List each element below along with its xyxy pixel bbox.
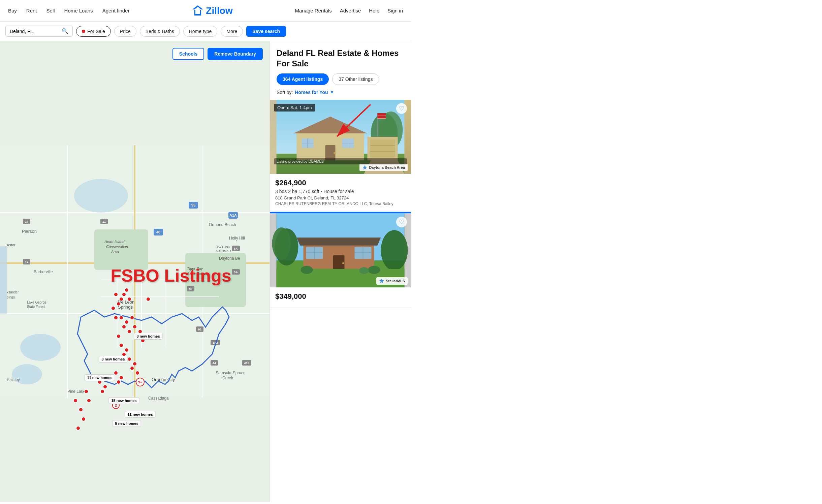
chevron-down-icon: ▼	[330, 90, 334, 95]
map-label-15new[interactable]: 15 new homes	[108, 397, 139, 404]
svg-point-102	[342, 262, 344, 264]
for-sale-label: For Sale	[87, 29, 105, 34]
type-1: House for sale	[323, 189, 354, 194]
nav-sell[interactable]: Sell	[46, 8, 55, 13]
save-search-button[interactable]: Save search	[246, 26, 286, 37]
svg-point-96	[272, 227, 291, 260]
map-overlay-buttons: Schools Remove Boundary	[172, 48, 263, 60]
agent-listings-tab[interactable]: 364 Agent listings	[277, 73, 329, 85]
map-label-11new1[interactable]: 11 new homes	[84, 374, 115, 381]
svg-point-110	[301, 266, 313, 274]
schools-button[interactable]: Schools	[172, 48, 204, 60]
other-listings-tab[interactable]: 37 Other listings	[332, 73, 379, 85]
other-count: 37	[339, 76, 345, 82]
card-img-house-2	[270, 213, 411, 287]
nav-right: Manage Rentals Advertise Help Sign in	[295, 8, 403, 13]
cluster-badge-9[interactable]: 9+	[136, 378, 145, 386]
card-address-1: 818 Grand Park Ct, Deland, FL 32724	[275, 195, 406, 200]
card-body-2: $349,000	[270, 287, 411, 308]
card-agent-1: CHARLES RUTENBERG REALTY ORLANDO LLC, Te…	[275, 201, 406, 206]
price-button[interactable]: Price	[114, 26, 136, 37]
mls-logo-icon-1	[362, 165, 368, 170]
map-pins: 2 9+	[0, 41, 270, 502]
more-button[interactable]: More	[221, 26, 243, 37]
other-tab-label: Other listings	[345, 76, 373, 82]
svg-point-81	[334, 152, 335, 154]
search-icon: 🔍	[62, 28, 68, 34]
card-details-1: 3 bds 2 ba 1,770 sqft - House for sale	[275, 189, 406, 194]
baths-1: 2	[288, 189, 291, 194]
card-price-2: $349,000	[275, 292, 406, 301]
map-label-8new2[interactable]: 8 new homes	[99, 356, 127, 363]
nav-left: Buy Rent Sell Home Loans Agent finder	[8, 8, 130, 13]
nav-help[interactable]: Help	[369, 8, 379, 13]
main-content: 95 40 A1A Pierson Astor Barberville Hear…	[0, 41, 411, 502]
filter-bar: 🔍 For Sale Price Beds & Baths Home type …	[0, 22, 411, 41]
beds-baths-button[interactable]: Beds & Baths	[140, 26, 180, 37]
svg-point-97	[381, 230, 408, 271]
svg-point-112	[359, 267, 369, 274]
agent-count: 364	[283, 76, 292, 82]
top-nav: Buy Rent Sell Home Loans Agent finder Zi…	[0, 0, 411, 22]
nav-home-loans[interactable]: Home Loans	[64, 8, 93, 13]
sqft-1: 1,770	[298, 189, 310, 194]
sidebar: Deland FL Real Estate & Homes For Sale 3…	[270, 41, 411, 502]
svg-rect-77	[370, 139, 395, 158]
mls-logo-icon-2	[379, 278, 384, 284]
nav-buy[interactable]: Buy	[8, 8, 17, 13]
zillow-logo-text: Zillow	[206, 5, 232, 16]
listing-card-2: ♡ StellarMLS $349,000	[270, 213, 411, 308]
mls-source-text-1: Listing provided by DBAMLS	[274, 158, 407, 164]
sort-value[interactable]: Homes for You	[295, 90, 328, 95]
map-label-5new[interactable]: 5 new homes	[112, 420, 141, 427]
mls-logo-1: Daytona Beach Area	[359, 164, 408, 171]
mls-name-1: Daytona Beach Area	[369, 165, 405, 169]
nav-rent[interactable]: Rent	[26, 8, 37, 13]
remove-boundary-button[interactable]: Remove Boundary	[208, 48, 263, 60]
nav-logo[interactable]: Zillow	[192, 5, 232, 17]
agent-tab-label: Agent listings	[292, 76, 323, 82]
for-sale-button[interactable]: For Sale	[76, 26, 111, 37]
beds-1: 3	[275, 189, 278, 194]
nav-agent-finder[interactable]: Agent finder	[102, 8, 130, 13]
nav-manage-rentals[interactable]: Manage Rentals	[295, 8, 332, 13]
search-box[interactable]: 🔍	[5, 26, 73, 37]
sidebar-header: Deland FL Real Estate & Homes For Sale 3…	[270, 41, 411, 100]
nav-advertise[interactable]: Advertise	[340, 8, 361, 13]
svg-point-111	[368, 266, 380, 274]
card-price-1: $264,900	[275, 179, 406, 187]
open-house-badge-1: Open: Sat. 1-4pm	[274, 104, 315, 112]
sort-row: Sort by: Homes for You ▼	[277, 90, 404, 95]
sidebar-title: Deland FL Real Estate & Homes For Sale	[277, 48, 404, 69]
home-type-button[interactable]: Home type	[183, 26, 218, 37]
map-label-8new1[interactable]: 8 new homes	[134, 333, 162, 340]
search-input[interactable]	[10, 29, 59, 34]
house-svg-2	[270, 213, 411, 287]
mls-logo-2: StellarMLS	[376, 277, 408, 285]
mls-name-2: StellarMLS	[386, 279, 405, 283]
sale-dot-icon	[82, 30, 85, 33]
card-image-2[interactable]: ♡ StellarMLS	[270, 213, 411, 287]
svg-marker-100	[297, 238, 381, 245]
nav-sign-in[interactable]: Sign in	[387, 8, 403, 13]
sort-label: Sort by:	[277, 90, 293, 95]
card-body-1: $264,900 3 bds 2 ba 1,770 sqft - House f…	[270, 174, 411, 212]
map-container: 95 40 A1A Pierson Astor Barberville Hear…	[0, 41, 270, 502]
card-image-1[interactable]: Open: Sat. 1-4pm ♡ Daytona Beach Area Li…	[270, 100, 411, 174]
map-label-11new2[interactable]: 11 new homes	[125, 411, 155, 418]
listing-tabs: 364 Agent listings 37 Other listings	[277, 73, 404, 85]
zillow-logo-icon	[192, 5, 204, 17]
listing-card-1: Open: Sat. 1-4pm ♡ Daytona Beach Area Li…	[270, 100, 411, 212]
